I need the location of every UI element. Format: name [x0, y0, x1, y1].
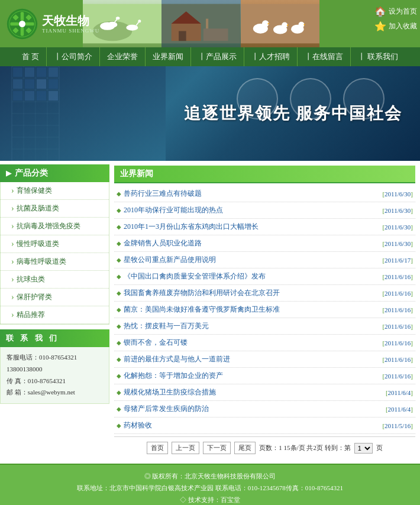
next-page-button[interactable]: 下一页: [203, 442, 231, 454]
news-dot: ◆: [117, 323, 121, 329]
news-item-title[interactable]: 兽药行业三难点有待破题: [124, 189, 377, 199]
sidebar-item-2[interactable]: 抗病毒及增强免疫类: [1, 218, 109, 235]
page-info: 页数：1 15条/页 共2页 转到：第: [259, 444, 350, 452]
news-item-date: [2011/6/16]: [382, 273, 413, 280]
svg-rect-59: [49, 91, 58, 101]
sidebar-item-3[interactable]: 慢性呼吸道类: [1, 235, 109, 253]
nav-item-6[interactable]: 丨在线留言: [298, 47, 351, 66]
product-category-title: 产品分类: [15, 168, 48, 179]
news-item-date: [2011/6/16]: [382, 339, 413, 347]
news-item-title[interactable]: 化解抱怨：等于增加企业的资产: [124, 371, 377, 381]
news-item-title[interactable]: 前进的最佳方式是与他人一道前进: [124, 354, 377, 364]
nav-item-5[interactable]: 丨人才招聘: [244, 47, 298, 66]
news-dot: ◆: [117, 207, 121, 213]
sidebar-item-7[interactable]: 精品推荐: [1, 306, 109, 324]
svg-rect-58: [37, 91, 46, 101]
news-dot: ◆: [117, 406, 121, 412]
news-dot: ◆: [117, 273, 121, 280]
news-item-title[interactable]: 热忱：摆皮鞋与一百万美元: [124, 321, 377, 331]
contact-line: 13800138000: [7, 364, 103, 375]
news-dot: ◆: [117, 240, 121, 247]
news-item: ◆ 星牧公司重点新产品使用说明 [2011/6/17]: [114, 252, 415, 268]
svg-rect-25: [206, 19, 208, 29]
contact-section: 联 系 我 们 客服电话：010-8765432113800138000传 真：…: [0, 329, 109, 404]
news-dot: ◆: [117, 190, 121, 197]
news-dot: ◆: [117, 356, 121, 362]
nav-item-2[interactable]: 企业荣誉: [100, 47, 146, 66]
svg-point-14: [108, 22, 118, 28]
sidebar-item-1[interactable]: 抗菌及肠道类: [1, 200, 109, 218]
news-item-date: [2011/5/16]: [382, 422, 413, 429]
news-dot: ◆: [117, 224, 121, 230]
circle-1: [237, 78, 278, 119]
page-suffix: 页: [376, 444, 383, 452]
tech-support-text: ◇ 技术支持：百宝堂: [0, 494, 420, 505]
svg-rect-2: [21, 12, 24, 21]
news-header: 业界新闻: [114, 166, 415, 183]
svg-rect-57: [25, 91, 34, 101]
news-item-title[interactable]: 金牌销售人员职业化道路: [124, 238, 377, 248]
news-item-title[interactable]: 我国畜禽养殖废弃物防治和利用研讨会在北京召开: [124, 288, 377, 298]
sidebar-item-4[interactable]: 病毒性呼吸道类: [1, 253, 109, 271]
news-item-title[interactable]: 母猪产后常发生疾病的防治: [124, 404, 381, 414]
news-item-date: [2011/6/4]: [386, 406, 413, 413]
news-item-title[interactable]: 规模化猪场卫生防疫综合措施: [124, 387, 381, 397]
news-item-title[interactable]: 星牧公司重点新产品使用说明: [124, 255, 377, 265]
header-actions: 🏠 设为首页 ⭐ 加入收藏: [374, 6, 417, 32]
svg-rect-26: [241, 4, 319, 44]
banner: 追逐世界领先 服务中国社会: [0, 66, 420, 161]
news-title: 业界新闻: [120, 169, 153, 179]
news-item: ◆ 2010年动保行业可能出现的热点 [2011/6/30]: [114, 202, 415, 219]
nav-item-1[interactable]: 丨公司简介: [47, 47, 100, 66]
nav-item-4[interactable]: 丨产品展示: [191, 47, 244, 66]
arrow-icon: ▶: [6, 169, 11, 178]
first-page-button[interactable]: 首页: [147, 442, 168, 454]
navigation: 首 页丨公司简介企业荣誉业界新闻丨产品展示丨人才招聘丨在线留言丨 联系我们: [0, 47, 420, 66]
header: 天牧生物 TIANMU SHENGWU: [0, 0, 420, 47]
sidebar-item-0[interactable]: 育雏保健类: [1, 182, 109, 200]
news-item-title[interactable]: 锲而不舍，金石可镂: [124, 338, 377, 348]
chickens-image: [241, 0, 319, 47]
add-bookmark-label: 加入收藏: [389, 21, 417, 31]
add-bookmark-button[interactable]: ⭐ 加入收藏: [374, 21, 417, 32]
page-select[interactable]: 12: [354, 443, 373, 454]
news-item-date: [2011/6/16]: [382, 290, 413, 297]
news-dot: ◆: [117, 389, 121, 396]
news-item-title[interactable]: 2010年动保行业可能出现的热点: [124, 205, 377, 215]
nav-item-0[interactable]: 首 页: [15, 47, 47, 66]
home-icon: 🏠: [374, 6, 386, 17]
svg-rect-56: [13, 91, 22, 101]
banner-building: [0, 66, 166, 161]
nav-item-3[interactable]: 业界新闻: [146, 47, 191, 66]
news-section: 业界新闻 ◆ 兽药行业三难点有待破题 [2011/6/30] ◆ 2010年动保…: [109, 161, 420, 464]
set-homepage-label: 设为首页: [389, 7, 417, 17]
news-item-title[interactable]: 《中国出口禽肉质量安全管理体系介绍》发布: [124, 271, 377, 281]
news-item-title[interactable]: 药材验收: [124, 420, 377, 430]
svg-rect-53: [25, 79, 34, 89]
logo-name: 天牧生物: [42, 14, 99, 28]
sidebar-item-6[interactable]: 保肝护肾类: [1, 289, 109, 306]
news-dot: ◆: [117, 422, 121, 429]
news-dot: ◆: [117, 257, 121, 263]
news-item-title[interactable]: 2010年1一3月份山东省东鸡肉出口大幅增长: [124, 222, 377, 232]
svg-rect-52: [13, 79, 22, 89]
svg-rect-49: [25, 67, 34, 77]
svg-point-16: [116, 17, 120, 20]
prev-page-button[interactable]: 上一页: [172, 442, 199, 454]
sidebar: ▶ 产品分类 育雏保健类抗菌及肠道类抗病毒及增强免疫类慢性呼吸道类病毒性呼吸道类…: [0, 161, 109, 464]
news-item: ◆ 热忱：摆皮鞋与一百万美元 [2011/6/16]: [114, 318, 415, 335]
news-item: ◆ 药材验收 [2011/5/16]: [114, 417, 415, 434]
contact-body: 客服电话：010-8765432113800138000传 真：010-8765…: [0, 347, 109, 404]
svg-rect-4: [10, 22, 19, 25]
contact-line: 邮 箱：sales@webym.net: [7, 387, 103, 399]
logo-subtitle: TIANMU SHENGWU: [42, 28, 99, 34]
news-item: ◆ 2010年1一3月份山东省东鸡肉出口大幅增长 [2011/6/30]: [114, 219, 415, 235]
nav-item-7[interactable]: 丨 联系我们: [351, 47, 405, 66]
news-item-title[interactable]: 菌京：美国尚未做好准备遵守俄罗斯禽肉卫生标准: [124, 305, 377, 315]
set-homepage-button[interactable]: 🏠 设为首页: [374, 6, 417, 17]
logo-text-container: 天牧生物 TIANMU SHENGWU: [42, 14, 99, 34]
copyright-text: ◎ 版权所有：北京天牧生物科技股份有限公司: [0, 471, 420, 483]
last-page-button[interactable]: 尾页: [234, 442, 256, 454]
sidebar-item-5[interactable]: 抗球虫类: [1, 271, 109, 289]
news-item: ◆ 锲而不舍，金石可镂 [2011/6/16]: [114, 335, 415, 351]
